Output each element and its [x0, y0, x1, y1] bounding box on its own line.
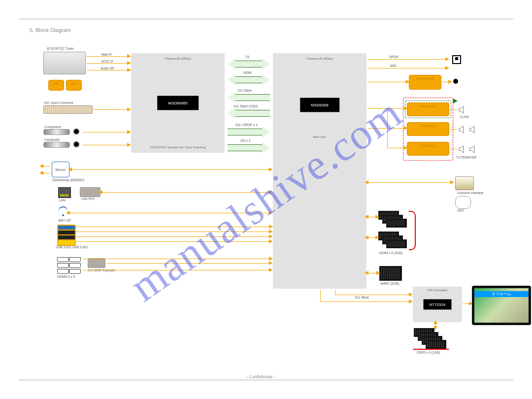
ext-label: Ext. Input Connector — [44, 101, 73, 104]
chip-sd: MSD8WB5 Chelsea-SD (MStar) NTSC/ATSC Dec… — [131, 53, 225, 153]
rj45-icon — [58, 187, 71, 198]
sat1: SAT — [49, 80, 64, 87]
micom-box: Micom — [52, 162, 69, 177]
micom-sub: SmartHome (EM3587) — [52, 178, 84, 182]
aout: Analog Out — [409, 75, 441, 82]
footer: - Confidential - — [246, 374, 275, 379]
speaker-icon — [458, 105, 467, 114]
tv-panel: タマホーム — [472, 286, 531, 325]
sat2: SAT — [66, 80, 81, 87]
usb-label: USB 3.0x1 USB 2.0x3 — [56, 245, 88, 249]
hdmi-label: HDMI2.0 x 4 — [57, 275, 75, 278]
amp3: SUB Amp — [407, 142, 449, 149]
chip-uhd: MSD8309 Chelsea-UD (MStar) Main SoC — [273, 53, 366, 289]
tuner-label: ATSC/NTSC Tuner — [47, 47, 74, 50]
chip-frc: NT72324 FRC (Novatek) — [413, 287, 462, 322]
av-label: Composite — [44, 138, 60, 141]
bus-ts — [228, 58, 270, 70]
amp2: SUB Amp — [407, 123, 449, 129]
bus-hdmi — [228, 74, 270, 86]
amp1: Main Amp — [407, 103, 449, 109]
wifi-label: WiFi / BT — [58, 219, 71, 222]
lanphy-label: LAN PHY — [81, 197, 95, 200]
page-title: 5. Block Diagram — [30, 27, 71, 33]
comp-label: Component — [44, 125, 61, 129]
lan-label: LAN — [59, 199, 66, 202]
